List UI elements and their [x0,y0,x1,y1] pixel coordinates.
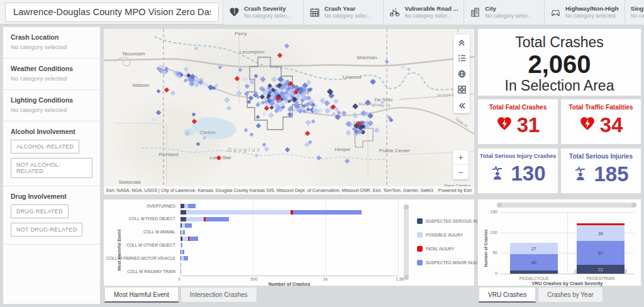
bar-segment-serious[interactable] [180,217,186,221]
segment-value-label: 40 [510,260,558,264]
vru-category-label: PEDALCYCLE [515,276,553,281]
bar-segment-suspected-minor-injury[interactable]: 40 [510,254,558,271]
tab-crashes-by-year[interactable]: Crashes by Year [538,287,602,303]
bar-segment-possible-injury[interactable]: 27 [510,243,558,254]
filter-crash-severity[interactable]: Crash Severity No category selec... [223,0,303,25]
segment-value-label: 27 [510,246,558,250]
bar-segment-minor[interactable] [184,256,188,260]
filter-city[interactable]: City No category selec... [464,0,544,25]
kpi-card-total-fatal-crashes: Total Fatal Crashes31 [477,99,558,145]
kpi-label: Total Serious Injuries [561,153,641,160]
map-county-label: Douglas [228,147,262,153]
kpi-label: Total Serious Injury Crashes [478,153,558,159]
y-axis-tick: 100 [490,230,497,235]
kpi-label: Total Fatal Crashes [478,104,558,111]
left-tab-bar: Most Harmful Event Intersection Crashes [104,287,257,303]
bar-segment-minor[interactable] [188,204,196,208]
sidebar-section-title: Lighting Conditions [11,96,92,104]
bar-segment-possible[interactable] [186,210,291,215]
map-legend-icon[interactable] [453,50,470,66]
bar-segment-minor[interactable] [182,250,184,254]
x-axis-line [180,276,398,276]
bar-segment-possible-injury[interactable]: 39 [577,225,625,241]
sidebar-section-title: Crash Location [11,33,92,41]
vru-chart-panel: Number of Crashes0501001504027PEDALCYCLE… [477,199,641,286]
most-harmful-event-chart-panel: Most Harmful Event05001k1.5kOVERTURNEDCO… [103,199,475,286]
kpi-card-total-serious-injury-crashes: Total Serious Injury Crashes130 [477,148,558,194]
chart-scrollbar[interactable] [497,203,636,208]
bar-segment-minor[interactable] [206,217,229,221]
harm-chart-x-axis-title: Number of Crashes [180,281,398,287]
map-town-label: Perry [235,30,247,36]
filter-button-not-alcohol-related[interactable]: NOT ALCOHOL-RELATED [11,158,92,178]
filter-single-vehicle[interactable]: Single Vehicle Crash T... No category se… [625,0,644,25]
filter-button-drug-related[interactable]: DRUG-RELATED [11,204,69,218]
filter-subtitle: No category selected [631,13,644,19]
heart-bolt-icon [579,116,596,135]
filter-subtitle: No category selec... [325,13,372,19]
bar-segment-fatal-injury[interactable] [577,223,625,225]
filter-subtitle: No category selec... [404,13,458,19]
sidebar-section-crash-location: Crash LocationNo category selected [3,27,100,59]
y-axis-tick: 0 [495,271,497,276]
legend-item: POSSIBLE INJURY [417,232,463,238]
bar-segment-minor[interactable] [180,269,181,274]
bar-segment-possible[interactable] [186,217,204,221]
map-town-label: Linwood [343,74,362,80]
tab-intersection-crashes[interactable]: Intersection Crashes [180,287,257,303]
map-expand-icon[interactable] [453,35,470,50]
x-axis-tick: 0 [178,277,180,281]
legend-item: FATAL INJURY [417,246,454,252]
total-crashes-card: Total Crashes 2,060 In Selection Area [477,28,641,96]
segment-value-label: 57 [577,250,625,255]
tab-most-harmful-event[interactable]: Most Harmful Event [104,287,179,303]
filter-highway[interactable]: Highway/Non-Highway ... No category sele… [544,0,625,25]
kpi-value: 130 [511,163,545,184]
filter-label: City [485,5,532,12]
bar-segment-minor[interactable] [183,230,186,235]
stats-panel: Total Crashes 2,060 In Selection Area To… [477,28,641,195]
sidebar-section-drug-involvement: Drug InvolvementDRUG-RELATEDNOT DRUG-REL… [3,186,100,245]
zoom-in-button[interactable]: + [453,150,469,165]
bar-segment-minor[interactable] [185,223,192,228]
bar-segment-suspected-minor-injury[interactable]: 57 [577,241,625,264]
filter-label: Single Vehicle Crash T... [631,5,644,12]
bar-segment-minor[interactable] [180,263,181,267]
bar-segment-minor[interactable] [293,210,362,215]
legend-label: SUSPECTED MINOR INJURY [426,260,483,265]
harm-category-label: COLL W PARKED MOTOR VEHICLE [105,256,175,260]
tab-vru-crashes[interactable]: VRU Crashes [479,287,536,303]
map-attribution: Esri, NASA, NGA, USGS | City of Lawrence… [104,186,474,194]
page-title-box: Lawrence-Douglas County MPO Vision Zero … [5,3,219,22]
zoom-out-button[interactable]: − [453,165,469,179]
map-collapse-icon[interactable] [453,98,470,113]
header: Lawrence-Douglas County MPO Vision Zero … [0,0,644,25]
kpi-value: 31 [517,114,540,135]
filter-subtitle: No category selec... [244,13,291,19]
bar-segment-minor[interactable] [181,243,182,247]
sidebar-section-weather-conditions: Weather ConditionsNo category selected [3,59,100,90]
map-layers-icon[interactable] [453,82,470,98]
kpi-value: 34 [600,114,623,135]
filter-subtitle: No category selec... [485,13,532,19]
legend-swatch [417,218,423,224]
map-basemap-icon[interactable] [453,66,470,82]
filter-button-alcohol-related[interactable]: ALCOHOL-RELATED [11,140,79,154]
gridline [398,199,399,276]
filter-crash-year[interactable]: Crash Year No category selec... [303,0,384,25]
header-filter-bar: Crash Severity No category selec... Cras… [223,0,644,25]
filter-vulnerable-road[interactable]: Vulnerable Road ... No category selec... [383,0,464,25]
bar-segment-suspected-serious-injury[interactable]: 22 [577,265,625,274]
page-title: Lawrence-Douglas County MPO Vision Zero … [13,7,211,17]
bar-segment-minor[interactable] [189,237,198,241]
vru-chart-title: VRU Crashes by Crash Severity [501,281,634,286]
harm-category-label: COLL W OTHER OBJECT [105,243,175,247]
crash-map[interactable]: TecumsehPerryLecomptonShermanLinwoodWats… [104,29,474,194]
total-crashes-subtitle: In Selection Area [478,77,641,94]
chart-scrollbar[interactable] [404,204,409,280]
bar-segment-possible[interactable] [182,237,187,241]
dashboard-page: Lawrence-Douglas County MPO Vision Zero … [0,0,644,307]
bar-segment-serious[interactable] [180,210,186,215]
filter-button-not-drug-related[interactable]: NOT DRUG-RELATED [11,223,82,237]
left-filter-sidebar: Crash LocationNo category selectedWeathe… [3,26,101,304]
